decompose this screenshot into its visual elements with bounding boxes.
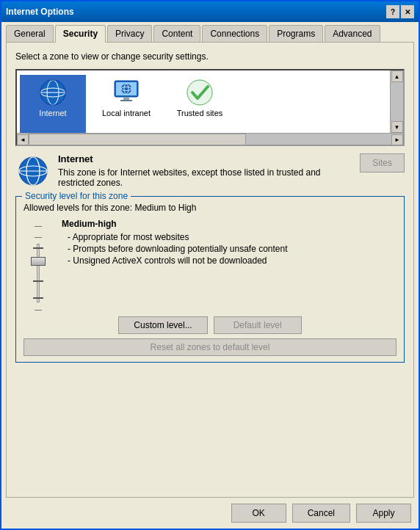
zones-scrollbar-horizontal: ◄ ► bbox=[17, 133, 403, 146]
title-bar: Internet Options ? ✕ bbox=[1, 1, 419, 22]
instruction-text: Select a zone to view or change security… bbox=[15, 51, 405, 62]
level-point-3: - Unsigned ActiveX controls will not be … bbox=[62, 255, 397, 266]
slider-mid-label: — bbox=[35, 233, 42, 241]
dialog-footer: OK Cancel Apply bbox=[1, 498, 419, 529]
globe-icon bbox=[37, 76, 69, 109]
scroll-track bbox=[391, 82, 403, 121]
checkmark-icon bbox=[184, 76, 216, 109]
level-title: Medium-high bbox=[62, 219, 397, 229]
zones-container: Internet bbox=[15, 69, 405, 146]
tab-privacy[interactable]: Privacy bbox=[107, 25, 152, 42]
zone-info-description: This zone is for Internet websites, exce… bbox=[58, 167, 352, 188]
tab-connections[interactable]: Connections bbox=[202, 25, 267, 42]
zone-info-title: Internet bbox=[58, 153, 352, 164]
level-point-2: - Prompts before downloading potentially… bbox=[62, 244, 397, 254]
scroll-up-button[interactable]: ▲ bbox=[391, 70, 403, 82]
security-level-legend: Security level for this zone bbox=[22, 191, 131, 201]
tab-security[interactable]: Security bbox=[55, 25, 106, 43]
slider-low-label: — bbox=[35, 305, 42, 313]
custom-level-button[interactable]: Custom level... bbox=[118, 316, 207, 334]
zone-internet[interactable]: Internet bbox=[20, 75, 86, 133]
window-title: Internet Options bbox=[6, 7, 74, 17]
level-point-1: - Appropriate for most websites bbox=[62, 232, 397, 242]
h-scroll-left-button[interactable]: ◄ bbox=[17, 134, 29, 146]
security-slider[interactable]: — — — bbox=[23, 219, 53, 313]
zones-list: Internet bbox=[17, 70, 247, 133]
internet-options-window: Internet Options ? ✕ General Security Pr… bbox=[0, 0, 420, 530]
cancel-button[interactable]: Cancel bbox=[292, 504, 350, 523]
close-button[interactable]: ✕ bbox=[401, 5, 414, 18]
default-level-button[interactable]: Default level bbox=[214, 316, 302, 334]
level-description: Medium-high - Appropriate for most websi… bbox=[62, 219, 397, 267]
zone-internet-label: Internet bbox=[39, 109, 66, 117]
zones-scrollbar-vertical: ▲ ▼ bbox=[390, 70, 403, 133]
zone-info-area: Internet This zone is for Internet websi… bbox=[15, 153, 405, 189]
zone-local-intranet[interactable]: Local intranet bbox=[93, 75, 159, 133]
tab-content[interactable]: Content bbox=[153, 25, 200, 42]
allowed-levels-text: Allowed levels for this zone: Medium to … bbox=[23, 203, 397, 213]
h-scroll-track bbox=[29, 134, 391, 146]
slider-high-label: — bbox=[35, 222, 42, 230]
zone-info-icon bbox=[15, 153, 51, 189]
svg-rect-10 bbox=[123, 97, 129, 100]
svg-point-7 bbox=[121, 84, 131, 94]
tab-general[interactable]: General bbox=[6, 25, 54, 42]
slider-thumb[interactable] bbox=[31, 257, 46, 266]
tabs-bar: General Security Privacy Content Connect… bbox=[1, 22, 419, 42]
slider-area: — — — Medium-high bbox=[23, 219, 397, 313]
security-level-group: Security level for this zone Allowed lev… bbox=[15, 196, 405, 363]
tab-programs[interactable]: Programs bbox=[269, 25, 323, 42]
apply-button[interactable]: Apply bbox=[356, 504, 411, 523]
zone-trusted-sites[interactable]: Trusted sites bbox=[167, 75, 233, 133]
tab-advanced[interactable]: Advanced bbox=[325, 25, 380, 42]
zone-trusted-sites-label: Trusted sites bbox=[177, 109, 223, 117]
content-area: Select a zone to view or change security… bbox=[6, 42, 414, 498]
title-bar-buttons: ? ✕ bbox=[386, 5, 414, 18]
zone-local-intranet-label: Local intranet bbox=[102, 109, 151, 117]
ok-button[interactable]: OK bbox=[231, 504, 286, 523]
reset-all-zones-button[interactable]: Reset all zones to default level bbox=[23, 338, 397, 356]
slider-track[interactable] bbox=[37, 244, 40, 302]
h-scroll-right-button[interactable]: ► bbox=[391, 134, 403, 146]
level-buttons: Custom level... Default level bbox=[23, 316, 397, 334]
computer-icon bbox=[110, 76, 142, 109]
scroll-down-button[interactable]: ▼ bbox=[391, 121, 403, 133]
svg-rect-11 bbox=[120, 100, 132, 101]
help-button[interactable]: ? bbox=[386, 5, 399, 18]
sites-button[interactable]: Sites bbox=[360, 153, 405, 173]
h-scroll-thumb[interactable] bbox=[29, 134, 246, 146]
